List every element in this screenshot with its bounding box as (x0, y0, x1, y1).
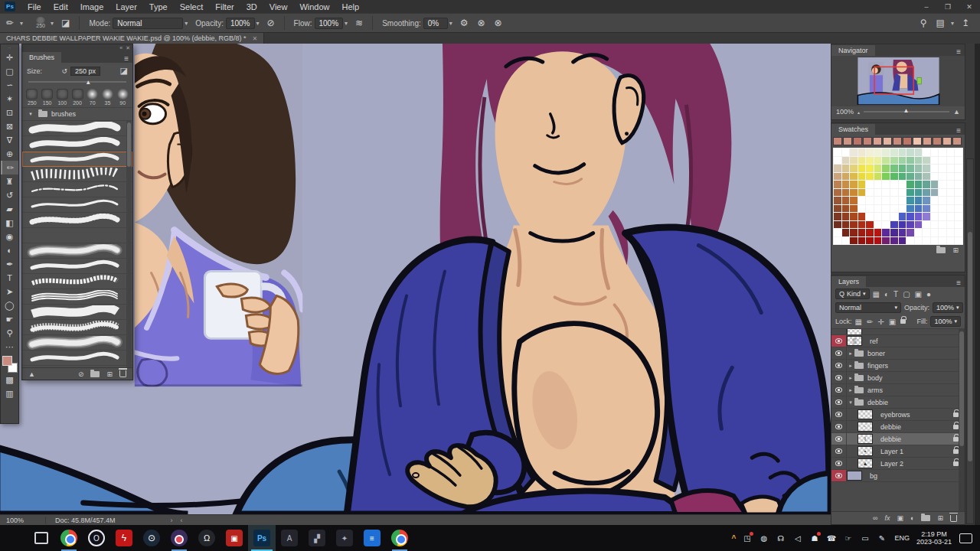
recent-swatch[interactable] (923, 137, 932, 145)
brush-stroke-item[interactable] (22, 121, 132, 136)
swatch[interactable] (947, 237, 955, 245)
layer-style-icon[interactable]: fx (884, 514, 890, 522)
toggle-brush-panel-icon[interactable]: ◪ (61, 18, 70, 28)
brushes-tab[interactable]: Brushes (22, 52, 61, 63)
swatch[interactable] (834, 173, 841, 181)
swatch[interactable] (915, 173, 923, 181)
swatch[interactable] (842, 221, 850, 229)
recent-swatch[interactable] (883, 137, 892, 145)
swatch[interactable] (939, 205, 946, 213)
document-tab[interactable]: CHARS DEBBIE WALLPAPER WAKIE WAKIE.psd @… (0, 33, 264, 44)
toggle-live-tip-icon[interactable]: ◪ (120, 66, 128, 76)
swatch[interactable] (923, 221, 930, 229)
layer-row[interactable]: ▾debbie (831, 396, 965, 409)
swatch[interactable] (890, 237, 898, 245)
brush-stroke-item[interactable] (22, 335, 132, 350)
minimize-button[interactable]: – (916, 3, 937, 11)
group-arrow-icon[interactable]: ▸ (847, 375, 854, 381)
swatch[interactable] (955, 205, 962, 213)
swatch[interactable] (931, 165, 939, 172)
swatch[interactable] (906, 189, 914, 197)
github-app[interactable]: Ω (193, 525, 220, 551)
panel-menu-icon[interactable]: ≡ (120, 54, 132, 63)
steam-app[interactable]: ⊙ (138, 525, 165, 551)
mail-app[interactable]: ≡ (358, 525, 386, 551)
swatch[interactable] (834, 229, 841, 236)
swatch[interactable] (866, 213, 874, 220)
swatch[interactable] (906, 229, 914, 236)
swatches-tab[interactable]: Swatches (831, 124, 875, 135)
filter-shape-icon[interactable]: ▢ (903, 290, 910, 298)
swatch[interactable] (931, 237, 939, 245)
swatch[interactable] (842, 197, 850, 204)
swatch[interactable] (915, 148, 923, 156)
filter-smart-object-icon[interactable]: ▣ (915, 290, 922, 298)
symmetry-icon[interactable]: ⊗ (495, 18, 502, 28)
brush-stroke-item[interactable] (22, 274, 132, 289)
new-swatch-group-icon[interactable] (936, 247, 946, 253)
menu-item-layer[interactable]: Layer (109, 0, 143, 13)
navigator-thumbnail[interactable] (831, 56, 965, 106)
swatch[interactable] (866, 197, 874, 204)
swatch[interactable] (939, 229, 946, 236)
swatch[interactable] (850, 197, 858, 204)
layer-row[interactable]: ▸boner (831, 347, 965, 360)
swatch[interactable] (858, 189, 866, 197)
swatch[interactable] (834, 237, 841, 245)
status-zoom-input[interactable]: 100% (0, 517, 46, 524)
swatch[interactable] (874, 237, 882, 245)
swatch[interactable] (858, 181, 866, 188)
menu-item-window[interactable]: Window (293, 0, 335, 13)
flow-input[interactable]: 100% (315, 18, 344, 29)
layer-row[interactable]: ·debbie (831, 421, 965, 433)
swatch[interactable] (923, 173, 930, 181)
swatch[interactable] (955, 181, 962, 188)
swatch[interactable] (947, 148, 955, 156)
swatch[interactable] (899, 181, 906, 188)
swatch[interactable] (882, 237, 890, 245)
brush-tool[interactable]: ✏ (1, 161, 18, 174)
brush-preset-100[interactable]: 100 (54, 87, 70, 107)
lock-pixels-icon[interactable]: ✏ (867, 318, 873, 326)
swatch[interactable] (923, 205, 930, 213)
recent-swatch[interactable] (863, 137, 872, 145)
menu-item-file[interactable]: File (21, 0, 47, 13)
type-tool[interactable]: T (1, 271, 18, 285)
swatch[interactable] (931, 205, 939, 213)
pen-tray-icon[interactable]: ✎ (876, 533, 887, 544)
swatch[interactable] (874, 205, 882, 213)
discord-tray-icon[interactable]: ◳ (741, 533, 753, 544)
swatch[interactable] (915, 189, 923, 197)
swatch[interactable] (882, 157, 890, 165)
layer-row[interactable]: ▸body (831, 372, 965, 384)
swatch[interactable] (899, 213, 906, 220)
swatch[interactable] (890, 173, 898, 181)
layer-row[interactable]: ▲Layer 2 (831, 458, 965, 470)
swatch[interactable] (931, 181, 939, 188)
layer-visibility-toggle[interactable] (831, 458, 847, 469)
smoothing-dropdown-icon[interactable]: ▾ (449, 20, 452, 27)
smoothing-gear-icon[interactable]: ⚙ (460, 18, 469, 28)
swatch[interactable] (882, 205, 890, 213)
swatch[interactable] (882, 229, 890, 236)
brush-stroke-item[interactable] (22, 305, 132, 320)
swatch[interactable] (834, 157, 841, 165)
swatch[interactable] (834, 189, 841, 197)
swatch[interactable] (890, 181, 898, 188)
swatch[interactable] (842, 157, 850, 165)
layer-visibility-toggle[interactable] (831, 360, 847, 371)
color-chips[interactable] (2, 356, 18, 373)
layer-row[interactable]: ▪Layer 1 (831, 445, 965, 458)
start-button[interactable] (0, 525, 28, 551)
swatch[interactable] (858, 221, 866, 229)
swatch[interactable] (947, 165, 955, 172)
layer-row[interactable]: eyebrows (831, 409, 965, 421)
swatch[interactable] (882, 197, 890, 204)
swatch[interactable] (939, 165, 946, 172)
swatch[interactable] (882, 181, 890, 188)
share-icon[interactable]: ↥ (962, 18, 969, 28)
brush-size-slider[interactable]: ▲ (28, 77, 126, 86)
new-brush-icon[interactable]: ⊞ (106, 370, 113, 378)
swatch[interactable] (899, 165, 906, 172)
chrome-profile-2-app[interactable] (386, 525, 413, 551)
